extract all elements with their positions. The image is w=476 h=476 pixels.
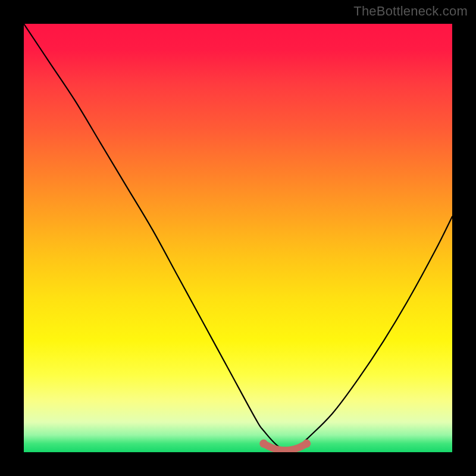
curve-layer [24, 24, 452, 452]
highlight-start-dot [259, 440, 268, 448]
highlight-band [264, 444, 306, 450]
plot-area [24, 24, 452, 452]
highlight-end-dot [302, 440, 311, 448]
chart-frame: TheBottleneck.com [0, 0, 476, 476]
bottleneck-curve [24, 24, 452, 450]
watermark-text: TheBottleneck.com [353, 4, 468, 19]
